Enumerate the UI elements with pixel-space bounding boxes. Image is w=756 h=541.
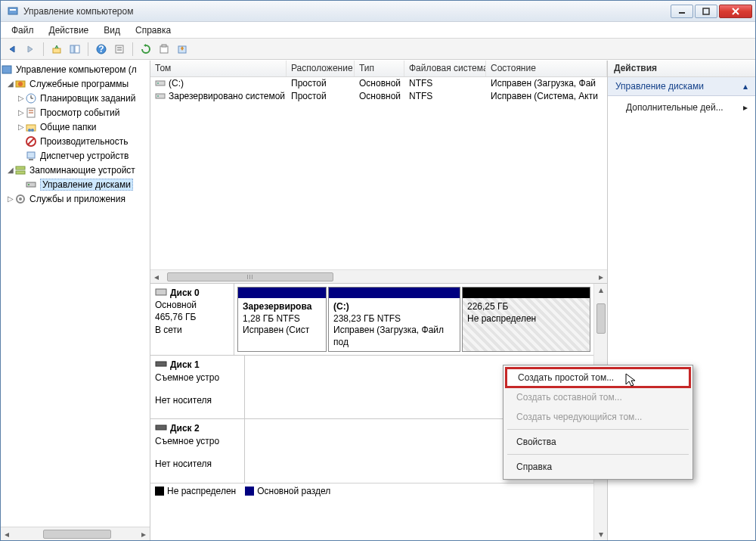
- tree-task-scheduler[interactable]: ▷ Планировщик заданий: [1, 91, 150, 105]
- svg-rect-0: [8, 8, 17, 14]
- toolbar: ?: [1, 39, 755, 60]
- disk-info[interactable]: Диск 1 Съемное устро Нет носителя: [150, 356, 245, 418]
- menu-view[interactable]: Вид: [98, 23, 126, 37]
- chevron-right-icon: ▸: [743, 102, 748, 113]
- ctx-create-striped-volume: Создать чередующийся том...: [506, 407, 690, 427]
- menu-action[interactable]: Действие: [43, 23, 95, 37]
- tree-storage-group[interactable]: ◢ Запоминающие устройст: [1, 163, 150, 177]
- svg-point-42: [157, 95, 159, 97]
- minimize-button[interactable]: [671, 5, 693, 18]
- close-button[interactable]: [719, 5, 752, 18]
- drive-icon: [155, 92, 166, 101]
- svg-rect-8: [75, 45, 79, 53]
- svg-rect-41: [156, 94, 165, 98]
- col-volume[interactable]: Том: [150, 61, 287, 76]
- svg-point-19: [18, 82, 23, 86]
- svg-rect-31: [27, 152, 35, 158]
- svg-rect-6: [53, 48, 60, 53]
- window-title: Управление компьютером: [23, 6, 669, 17]
- refresh-button[interactable]: [138, 41, 154, 58]
- actions-more[interactable]: Дополнительные дей... ▸: [608, 96, 755, 120]
- up-button[interactable]: [48, 41, 65, 58]
- tree-performance[interactable]: Производительность: [1, 134, 150, 148]
- export-button[interactable]: [156, 41, 172, 58]
- svg-text:?: ?: [98, 44, 104, 54]
- tree-services-group[interactable]: ◢ Служебные программы: [1, 76, 150, 91]
- svg-rect-43: [156, 289, 166, 295]
- help-button[interactable]: ?: [93, 41, 110, 58]
- disk-info[interactable]: Диск 2 Съемное устро Нет носителя: [150, 419, 245, 483]
- svg-rect-33: [16, 166, 25, 169]
- hdd-icon: [155, 288, 167, 297]
- partition-reserved[interactable]: Зарезервирова 1,28 ГБ NTFS Исправен (Сис…: [237, 287, 327, 352]
- svg-point-40: [157, 82, 159, 84]
- svg-rect-26: [26, 125, 36, 131]
- volume-hscroll[interactable]: ◂▸: [150, 269, 607, 283]
- svg-rect-44: [156, 362, 166, 366]
- tree-services-apps[interactable]: ▷ Службы и приложения: [1, 191, 150, 206]
- show-hide-tree-button[interactable]: [67, 41, 83, 58]
- svg-rect-17: [2, 66, 11, 73]
- app-icon: [7, 5, 19, 17]
- menu-help[interactable]: Справка: [129, 23, 177, 37]
- ctx-help[interactable]: Справка: [506, 457, 690, 477]
- partition-c[interactable]: (C:) 238,23 ГБ NTFS Исправен (Загрузка, …: [328, 287, 460, 352]
- svg-rect-34: [16, 171, 25, 174]
- col-status[interactable]: Состояние: [486, 61, 607, 76]
- svg-point-36: [28, 184, 29, 185]
- tree-disk-management[interactable]: Управление дисками: [1, 177, 150, 191]
- removable-icon: [155, 423, 167, 432]
- col-layout[interactable]: Расположение: [287, 61, 355, 76]
- svg-rect-1: [10, 9, 16, 11]
- settings-button[interactable]: [174, 41, 191, 58]
- tree-root[interactable]: Управление компьютером (л: [1, 62, 150, 76]
- actions-title: Действия: [608, 61, 755, 77]
- svg-point-38: [19, 197, 22, 201]
- removable-icon: [155, 359, 167, 368]
- back-button[interactable]: [4, 41, 20, 58]
- svg-rect-11: [116, 45, 123, 53]
- svg-rect-3: [703, 8, 709, 14]
- menu-file[interactable]: Файл: [5, 23, 40, 37]
- volume-list[interactable]: (C:) Простой Основной NTFS Исправен (Заг…: [150, 77, 607, 269]
- ctx-create-spanned-volume: Создать составной том...: [506, 387, 690, 407]
- tree-shared-folders[interactable]: ▷ Общие папки: [1, 120, 150, 134]
- svg-rect-32: [29, 159, 33, 160]
- col-filesystem[interactable]: Файловая система: [404, 61, 486, 76]
- partition-unallocated[interactable]: 226,25 ГБ Не распределен: [462, 287, 590, 352]
- volume-header: Том Расположение Тип Файловая система Со…: [150, 61, 607, 77]
- tree-pane[interactable]: Управление компьютером (л ◢ Служебные пр…: [1, 61, 150, 527]
- svg-line-30: [28, 138, 34, 145]
- svg-rect-7: [70, 45, 74, 53]
- context-menu: Создать простой том... Создать составной…: [503, 365, 693, 480]
- properties-button[interactable]: [111, 41, 128, 58]
- disk-row: Диск 0 Основной 465,76 ГБ В сети Зарезер…: [150, 284, 593, 356]
- ctx-create-simple-volume[interactable]: Создать простой том...: [505, 367, 691, 388]
- drive-icon: [155, 79, 166, 88]
- svg-rect-39: [156, 81, 165, 86]
- svg-rect-15: [162, 45, 166, 47]
- legend-unallocated: Не распределен: [155, 486, 236, 496]
- menubar: Файл Действие Вид Справка: [1, 22, 755, 39]
- col-type[interactable]: Тип: [355, 61, 404, 76]
- actions-section[interactable]: Управление дисками ▴: [608, 77, 755, 96]
- volume-row[interactable]: (C:) Простой Основной NTFS Исправен (Заг…: [150, 77, 607, 90]
- collapse-icon: ▴: [743, 81, 748, 92]
- tree-event-viewer[interactable]: ▷ Просмотр событий: [1, 105, 150, 120]
- tree-device-manager[interactable]: Диспетчер устройств: [1, 148, 150, 163]
- legend-primary: Основной раздел: [245, 486, 330, 496]
- legend: Не распределен Основной раздел: [150, 483, 593, 498]
- ctx-properties[interactable]: Свойства: [506, 432, 690, 452]
- maximize-button[interactable]: [695, 5, 717, 18]
- svg-rect-35: [26, 182, 36, 187]
- svg-rect-45: [156, 425, 166, 430]
- svg-point-28: [31, 129, 34, 132]
- svg-point-27: [28, 129, 31, 132]
- volume-row[interactable]: Зарезервировано системой Простой Основно…: [150, 90, 607, 103]
- disk-info[interactable]: Диск 0 Основной 465,76 ГБ В сети: [150, 284, 234, 355]
- tree-hscroll[interactable]: ◂▸: [1, 527, 150, 540]
- forward-button[interactable]: [22, 41, 39, 58]
- titlebar[interactable]: Управление компьютером: [1, 1, 755, 22]
